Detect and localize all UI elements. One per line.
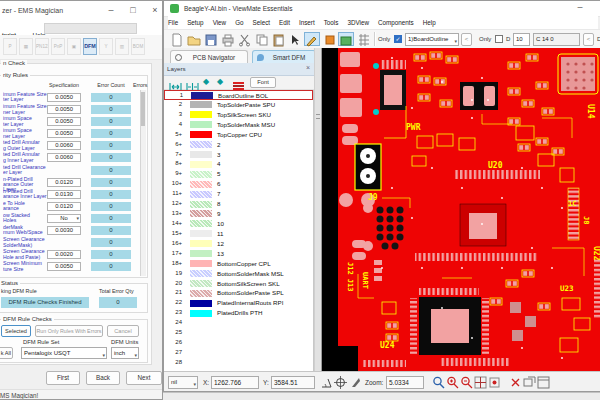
prev-dcode-button[interactable]: < (583, 33, 594, 46)
footprint-tool-icon[interactable]: P (3, 38, 17, 55)
layer-color-swatch[interactable] (190, 250, 212, 257)
rule-spec-input[interactable]: 0.0120 ▾ (47, 178, 81, 187)
rule-spec-input[interactable]: No ▾ (47, 214, 81, 223)
menu-item[interactable]: Go (235, 19, 243, 26)
minimize-button[interactable]: – (104, 5, 118, 15)
layer-color-swatch[interactable] (190, 151, 212, 158)
layer-row[interactable]: 17+ 13 (164, 249, 313, 259)
layer-color-swatch[interactable] (190, 349, 212, 356)
layer-color-swatch[interactable] (190, 270, 212, 277)
layer-color-swatch[interactable] (190, 121, 212, 128)
rule-spec-input[interactable]: 0.0020 ▾ (47, 250, 81, 259)
left-titlebar[interactable]: zer - EMS Magician – □ × (0, 1, 162, 22)
layer-row[interactable]: 15+ 11 (164, 229, 313, 239)
y-tool-icon[interactable]: Y (99, 38, 113, 55)
layer-color-swatch[interactable] (190, 339, 212, 346)
layer-color-swatch[interactable] (190, 210, 212, 217)
units-dropdown[interactable]: inch ▾ (111, 347, 139, 359)
layer-row[interactable]: 5+ TopCopper CPU (164, 130, 313, 140)
layer-color-swatch[interactable] (190, 240, 212, 247)
layer-color-swatch[interactable] (191, 92, 213, 99)
pn123-tool-icon[interactable]: PN123 (35, 38, 49, 55)
pcb-viewport[interactable]: PWR J9 U20 U24 U14 U22 U23 J8 UART J12 J… (322, 48, 600, 371)
only-dcode-checkbox[interactable] (495, 35, 503, 43)
pick-pointer-icon[interactable] (349, 375, 362, 388)
rule-spec-input[interactable]: 0.0060 ▾ (47, 153, 81, 162)
prev-layer-button[interactable]: < (461, 33, 472, 46)
layer-row[interactable]: 16+ 12 (164, 239, 313, 249)
selected-button[interactable]: Selected (1, 325, 31, 337)
swap-view-icon[interactable] (523, 375, 536, 388)
rule-spec-input[interactable]: 0.0030 ▾ (47, 226, 81, 235)
layer-row[interactable]: 18+ BottomCopper CPL (164, 259, 313, 269)
print-icon[interactable] (219, 32, 235, 46)
dcode-info-field[interactable]: C 14 0 (533, 33, 580, 46)
menu-item[interactable]: Edit (279, 19, 290, 26)
edit-pencil-icon[interactable] (304, 32, 320, 46)
copy-icon[interactable] (253, 32, 269, 46)
menu-item[interactable]: 3DView (347, 19, 369, 26)
grid-toggle-icon[interactable] (474, 375, 487, 388)
layer-color-swatch[interactable] (190, 359, 212, 366)
dfm-tool-icon[interactable]: DFM (83, 38, 97, 55)
rule-spec-input[interactable]: 0.0050 ▾ (47, 129, 81, 138)
layer-color-swatch[interactable] (190, 201, 212, 208)
layer-row[interactable]: 25 (164, 328, 313, 338)
layer-color-swatch[interactable] (190, 161, 212, 168)
font-button[interactable]: Font (250, 77, 276, 88)
first-button[interactable]: First (46, 371, 80, 385)
layer-color-swatch[interactable] (190, 191, 212, 198)
layers-close-icon[interactable]: × (306, 64, 310, 71)
layer-row[interactable]: 23 PlatedDrills PTH (164, 308, 313, 318)
menu-item[interactable]: Components (378, 19, 414, 26)
layer-color-swatch[interactable] (190, 171, 212, 178)
panelize-tool-icon[interactable]: ▥ (115, 38, 129, 55)
menu-item[interactable]: View (213, 19, 227, 26)
run-only-errors-button[interactable]: Run Only Rules With Errors (35, 325, 103, 337)
mesh-tool-icon[interactable] (355, 32, 371, 46)
maximize-button[interactable]: □ (126, 5, 140, 15)
layer-row[interactable]: 28 (164, 358, 313, 368)
layer-color-swatch[interactable] (190, 260, 212, 267)
origin-icon[interactable] (334, 375, 347, 388)
layer-color-swatch[interactable] (190, 220, 212, 227)
menu-item[interactable]: Insert (299, 19, 315, 26)
bom-tool-icon[interactable]: BOM (131, 38, 145, 55)
layer-row[interactable]: 20 BottomSilkScreen SKL (164, 279, 313, 289)
menu-item[interactable]: Select (253, 19, 271, 26)
tab-pcb-navigator[interactable]: PCB Navigator (170, 50, 248, 63)
rules-scrollbar[interactable] (140, 90, 146, 276)
grid-tool-icon[interactable]: ▦ (19, 38, 33, 55)
rule-spec-input[interactable]: 0.0130 ▾ (47, 190, 81, 199)
layer-color-swatch[interactable] (190, 181, 212, 188)
marker-icon[interactable] (509, 375, 522, 388)
rule-spec-input[interactable]: 0.0120 ▾ (47, 202, 81, 211)
pnp-tool-icon[interactable]: PnP (51, 38, 65, 55)
layer-row[interactable]: 6+ 2 (164, 140, 313, 150)
only-layer-checkbox[interactable]: ✓ (394, 35, 402, 43)
layer-row[interactable]: 3 TopSilkScreen SKU (164, 110, 313, 120)
layer-row[interactable]: 27 (164, 348, 313, 358)
menu-item[interactable]: Tools (324, 19, 339, 26)
new-file-icon[interactable] (168, 32, 184, 46)
layer-row[interactable]: 7+ 3 (164, 150, 313, 160)
rule-set-dropdown[interactable]: Pentalogix USQT ▾ (21, 347, 107, 359)
layer-color-swatch[interactable] (190, 320, 212, 327)
layer-row[interactable]: 22 PlatedInternalRouts RPI (164, 298, 313, 308)
layer-row[interactable]: 2 TopSolderPaste SPU (164, 100, 313, 110)
minimize-button[interactable]: – (572, 2, 588, 12)
cut-icon[interactable] (236, 32, 252, 46)
netlist-pointer-icon[interactable] (287, 32, 303, 46)
pad-display-icon[interactable] (488, 375, 501, 388)
pad-tool-icon[interactable] (321, 32, 337, 46)
check-all-button[interactable]: k All (0, 347, 13, 359)
rule-spec-input[interactable]: 0.0050 ▾ (47, 117, 81, 126)
layer-row[interactable]: 13+ 9 (164, 209, 313, 219)
layer-color-swatch[interactable] (190, 230, 212, 237)
zoom-out-icon[interactable] (460, 375, 473, 388)
layer-color-swatch[interactable] (190, 111, 212, 118)
layer-color-swatch[interactable] (190, 101, 212, 108)
rule-spec-input[interactable]: 0.0050 ▾ (47, 93, 81, 102)
open-folder-icon[interactable] (185, 32, 201, 46)
scrollbar-thumb[interactable] (141, 92, 145, 126)
